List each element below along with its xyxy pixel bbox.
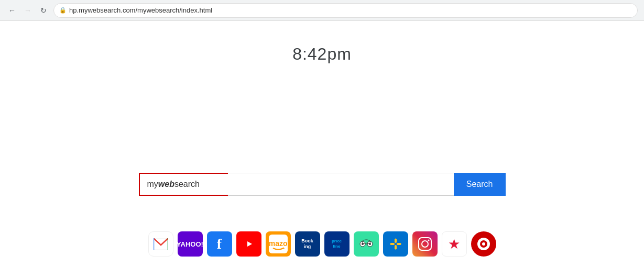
- quick-link-yahoo[interactable]: YAHOO!: [178, 231, 203, 257]
- search-button[interactable]: Search: [454, 173, 506, 196]
- page-content: 8:42pm mywebsearch Search: [0, 21, 644, 267]
- svg-rect-24: [419, 238, 431, 250]
- brand-prefix: my: [147, 180, 158, 189]
- svg-text:amazon: amazon: [269, 239, 288, 248]
- quick-link-facebook[interactable]: f: [207, 231, 232, 257]
- forward-button[interactable]: →: [22, 5, 34, 16]
- quick-link-youtube[interactable]: [236, 231, 261, 257]
- search-input[interactable]: [228, 173, 454, 195]
- macys-star-icon: ★: [448, 236, 460, 252]
- quick-link-booking[interactable]: Booking: [295, 231, 320, 257]
- address-bar[interactable]: 🔒 hp.mywebsearch.com/mywebsearch/index.h…: [53, 3, 638, 18]
- url-text: hp.mywebsearch.com/mywebsearch/index.htm…: [69, 6, 212, 14]
- back-button[interactable]: ←: [6, 5, 18, 16]
- svg-rect-15: [387, 235, 405, 253]
- priceline-label: priceline: [332, 239, 342, 249]
- time-display: 8:42pm: [0, 21, 644, 64]
- quick-link-macys[interactable]: ★: [442, 231, 467, 257]
- refresh-button[interactable]: ↻: [38, 5, 49, 16]
- quick-link-walmart[interactable]: [383, 231, 408, 257]
- search-input-wrapper: [228, 173, 454, 196]
- brand-suffix: search: [174, 180, 200, 189]
- booking-label: Booking: [301, 238, 313, 250]
- quick-links: YAHOO! f amazon Booking: [0, 231, 644, 257]
- quick-link-gmail[interactable]: [148, 231, 173, 257]
- search-bar-container: mywebsearch Search: [139, 173, 506, 196]
- quick-link-instagram[interactable]: [412, 231, 438, 257]
- yahoo-label: YAHOO!: [178, 240, 203, 248]
- search-section: mywebsearch Search: [0, 173, 644, 196]
- svg-point-25: [422, 241, 428, 247]
- svg-point-30: [482, 242, 485, 246]
- svg-point-26: [428, 240, 429, 241]
- browser-chrome: ← → ↻ 🔒 hp.mywebsearch.com/mywebsearch/i…: [0, 0, 644, 21]
- quick-link-amazon[interactable]: amazon: [266, 231, 291, 257]
- facebook-icon: f: [217, 237, 222, 251]
- quick-link-tripadvisor[interactable]: [354, 231, 379, 257]
- quick-link-target[interactable]: [471, 231, 496, 257]
- lock-icon: 🔒: [59, 7, 67, 14]
- search-brand-label: mywebsearch: [139, 173, 228, 196]
- brand-bold: web: [158, 180, 174, 189]
- quick-link-priceline[interactable]: priceline: [324, 231, 350, 257]
